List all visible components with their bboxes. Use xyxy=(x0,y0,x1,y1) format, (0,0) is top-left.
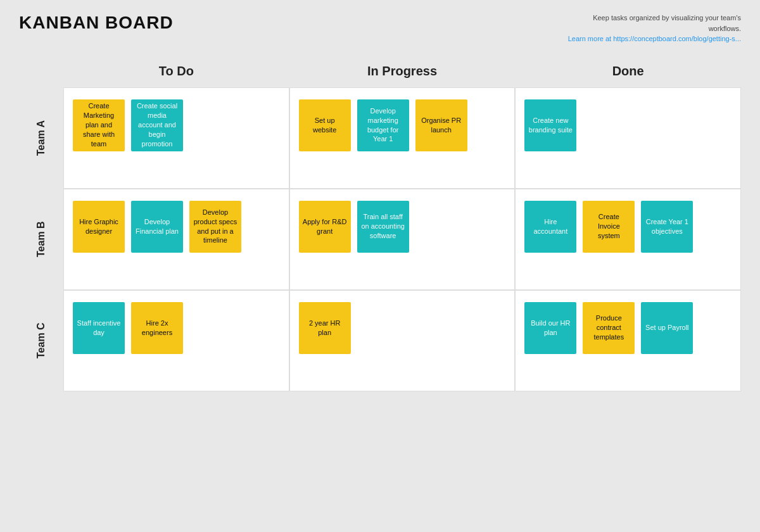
sticky-note[interactable]: Set up website xyxy=(299,99,351,151)
cell-teamC-inprogress: 2 year HR plan xyxy=(289,290,516,391)
sticky-note[interactable]: Create Year 1 objectives xyxy=(641,201,693,253)
cell-teamA-todo: Create Marketing plan and share with tea… xyxy=(63,87,289,189)
sticky-note[interactable]: Staff incentive day xyxy=(73,302,125,354)
corner-cell xyxy=(19,56,63,87)
sticky-note[interactable]: Develop product specs and put in a timel… xyxy=(189,201,241,253)
row-label-teamA: Team A xyxy=(19,87,63,189)
sticky-note[interactable]: 2 year HR plan xyxy=(299,302,351,354)
header-description: Keep tasks organized by visualizing your… xyxy=(564,13,741,44)
cell-teamC-done: Build our HR plan Produce contract templ… xyxy=(515,290,741,391)
sticky-note[interactable]: Develop Financial plan xyxy=(131,201,183,253)
sticky-note[interactable]: Set up Payroll xyxy=(641,302,693,354)
sticky-note[interactable]: Create Invoice system xyxy=(583,201,635,253)
col-header-todo: To Do xyxy=(63,56,289,87)
sticky-note[interactable]: Organise PR launch xyxy=(415,99,467,151)
cell-teamA-inprogress: Set up website Develop marketing budget … xyxy=(289,87,516,189)
sticky-note[interactable]: Hire Graphic designer xyxy=(73,201,125,253)
sticky-note[interactable]: Produce contract templates xyxy=(583,302,635,354)
cell-teamB-todo: Hire Graphic designer Develop Financial … xyxy=(63,189,289,290)
kanban-board: To Do In Progress Done Team A Create Mar… xyxy=(19,56,741,391)
cell-teamB-done: Hire accountant Create Invoice system Cr… xyxy=(515,189,741,290)
sticky-note[interactable]: Hire 2x engineers xyxy=(131,302,183,354)
row-label-teamC: Team C xyxy=(19,290,63,391)
board-title: KANBAN BOARD xyxy=(19,13,174,33)
sticky-note[interactable]: Apply for R&D grant xyxy=(299,201,351,253)
page-header: KANBAN BOARD Keep tasks organized by vis… xyxy=(19,13,741,44)
sticky-note[interactable]: Hire accountant xyxy=(524,201,576,253)
col-header-inprogress: In Progress xyxy=(289,56,516,87)
sticky-note[interactable]: Develop marketing budget for Year 1 xyxy=(357,99,409,151)
row-label-teamB: Team B xyxy=(19,189,63,290)
cell-teamC-todo: Staff incentive day Hire 2x engineers xyxy=(63,290,289,391)
sticky-note[interactable]: Create social media account and begin pr… xyxy=(131,99,183,151)
sticky-note[interactable]: Build our HR plan xyxy=(524,302,576,354)
cell-teamA-done: Create new branding suite xyxy=(515,87,741,189)
col-header-done: Done xyxy=(515,56,741,87)
cell-teamB-inprogress: Apply for R&D grant Train all staff on a… xyxy=(289,189,516,290)
sticky-note[interactable]: Create Marketing plan and share with tea… xyxy=(73,99,125,151)
learn-more-link[interactable]: Learn more at https://conceptboard.com/b… xyxy=(568,35,741,42)
sticky-note[interactable]: Create new branding suite xyxy=(524,99,576,151)
sticky-note[interactable]: Train all staff on accounting software xyxy=(357,201,409,253)
